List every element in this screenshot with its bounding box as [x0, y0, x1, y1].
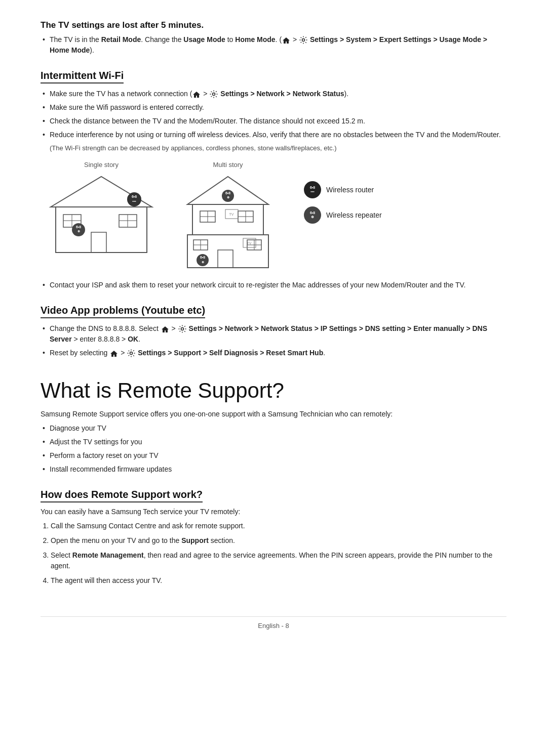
- page-footer: English - 8: [41, 616, 506, 629]
- wifi-note: (The Wi-Fi strength can be decreased by …: [50, 144, 506, 152]
- home-icon-4: [110, 350, 118, 357]
- wifi-bullet-3: Check the distance between the TV and th…: [41, 116, 506, 127]
- support-text: Support: [181, 536, 209, 544]
- svg-text:⊕: ⊕: [227, 196, 229, 199]
- step-4: The agent will then access your TV.: [51, 575, 506, 586]
- settings-icon-3: [178, 325, 186, 333]
- how-remote-support-intro: You can easily have a Samsung Tech servi…: [41, 508, 506, 516]
- how-remote-support-section: How does Remote Support work? You can ea…: [41, 489, 506, 586]
- rs-bullet-4: Install recommended firmware updates: [41, 464, 506, 475]
- legend-router: 6•8▪▪▪ Wireless router: [304, 181, 382, 198]
- svg-rect-19: [192, 204, 263, 235]
- svg-point-45: [130, 352, 133, 355]
- tv-settings-bullets: The TV is in the Retail Mode. Change the…: [41, 34, 506, 56]
- svg-text:▪▪▪: ▪▪▪: [132, 199, 136, 203]
- remote-management-text: Remote Management: [72, 551, 144, 559]
- usage-mode-text: Usage Mode: [183, 35, 225, 44]
- home-icon: [282, 36, 290, 44]
- single-story-col: Single story 6•8 ▪▪▪: [41, 161, 162, 258]
- video-app-bullet-2: Reset by selecting > Settings > Support …: [41, 348, 506, 358]
- settings-icon: [299, 36, 307, 44]
- wifi-bullets: Make sure the TV has a network connectio…: [41, 89, 506, 140]
- reset-smart-hub-path: Settings > Support > Self Diagnosis > Re…: [138, 349, 323, 357]
- video-app-section: Video App problems (Youtube etc) Change …: [41, 305, 506, 358]
- tv-settings-bullet-1: The TV is in the Retail Mode. Change the…: [41, 34, 506, 56]
- video-app-bullets: Change the DNS to 8.8.8.8. Select > Sett…: [41, 323, 506, 358]
- retail-mode-text: Retail Mode: [101, 35, 141, 44]
- home-icon-3: [161, 325, 169, 332]
- ok-text: OK: [128, 335, 138, 343]
- legend-router-icon: 6•8▪▪▪: [304, 181, 321, 198]
- svg-text:⊕: ⊕: [202, 261, 204, 264]
- svg-point-2: [213, 93, 215, 96]
- svg-text:TV: TV: [247, 241, 252, 245]
- legend-router-label: Wireless router: [326, 186, 374, 194]
- wifi-bullet-2: Make sure the Wifi password is entered c…: [41, 102, 506, 113]
- remote-support-section: What is Remote Support? Samsung Remote S…: [41, 379, 506, 475]
- step-2: Open the menu on your TV and go to the S…: [51, 535, 506, 546]
- wifi-contact-bullet: Contact your ISP and ask them to reset y…: [41, 280, 506, 290]
- svg-rect-5: [91, 232, 106, 253]
- legend-repeater-label: Wireless repeater: [326, 211, 382, 219]
- video-app-title: Video App problems (Youtube etc): [41, 305, 205, 318]
- multi-story-col: Multi story: [172, 161, 284, 273]
- remote-support-intro: Samsung Remote Support service offers yo…: [41, 410, 506, 418]
- legend-repeater-icon: 6•8⊕: [304, 206, 321, 224]
- step-1: Call the Samsung Contact Centre and ask …: [51, 521, 506, 531]
- single-story-diagram: 6•8 ▪▪▪ 6•8 ⊕: [41, 172, 162, 258]
- remote-support-bullets: Diagnose your TV Adjust the TV settings …: [41, 423, 506, 475]
- home-mode-text: Home Mode: [235, 35, 275, 44]
- dns-path: Settings > Network > Network Status > IP…: [50, 324, 487, 343]
- tv-settings-section: The TV settings are lost after 5 minutes…: [41, 20, 506, 56]
- settings-icon-4: [127, 349, 135, 357]
- multi-story-diagram: TV TV 6•8 ⊕ 6•8 ⊕: [172, 172, 284, 273]
- rs-bullet-1: Diagnose your TV: [41, 423, 506, 434]
- svg-point-1: [302, 39, 305, 41]
- svg-text:6•8: 6•8: [200, 256, 205, 259]
- svg-text:6•8: 6•8: [225, 191, 230, 195]
- remote-support-title: What is Remote Support?: [41, 379, 506, 403]
- video-app-bullet-1: Change the DNS to 8.8.8.8. Select > Sett…: [41, 323, 506, 345]
- rs-bullet-2: Adjust the TV settings for you: [41, 437, 506, 447]
- svg-text:TV: TV: [229, 213, 234, 216]
- network-status-path: Settings > Network > Network Status: [220, 90, 344, 98]
- svg-point-44: [181, 328, 183, 330]
- wifi-bullet-4: Reduce interference by not using or turn…: [41, 130, 506, 140]
- svg-rect-21: [218, 250, 233, 268]
- home-icon-2: [192, 91, 201, 98]
- wifi-title: Intermittent Wi-Fi: [41, 70, 124, 83]
- settings-icon-2: [210, 90, 218, 98]
- svg-text:6•8: 6•8: [132, 195, 137, 198]
- rs-bullet-3: Perform a factory reset on your TV: [41, 450, 506, 461]
- how-remote-support-title: How does Remote Support work?: [41, 489, 203, 502]
- diagram-row: Single story 6•8 ▪▪▪: [41, 161, 506, 273]
- wifi-contact-bullet-item: Contact your ISP and ask them to reset y…: [41, 280, 506, 290]
- svg-rect-4: [56, 207, 147, 253]
- step-3: Select Remote Management, then read and …: [51, 550, 506, 571]
- multi-story-label: Multi story: [213, 161, 243, 169]
- legend-repeater: 6•8⊕ Wireless repeater: [304, 206, 382, 224]
- tv-settings-title: The TV settings are lost after 5 minutes…: [41, 20, 506, 30]
- legend-col: 6•8▪▪▪ Wireless router 6•8⊕ Wireless rep…: [304, 181, 382, 224]
- footer-text: English - 8: [258, 622, 289, 629]
- how-remote-support-steps: Call the Samsung Contact Centre and ask …: [41, 521, 506, 586]
- svg-text:6•8: 6•8: [76, 225, 81, 229]
- wifi-section: Intermittent Wi-Fi Make sure the TV has …: [41, 70, 506, 290]
- single-story-label: Single story: [84, 161, 119, 169]
- wifi-bullet-1: Make sure the TV has a network connectio…: [41, 89, 506, 99]
- svg-text:⊕: ⊕: [77, 230, 80, 233]
